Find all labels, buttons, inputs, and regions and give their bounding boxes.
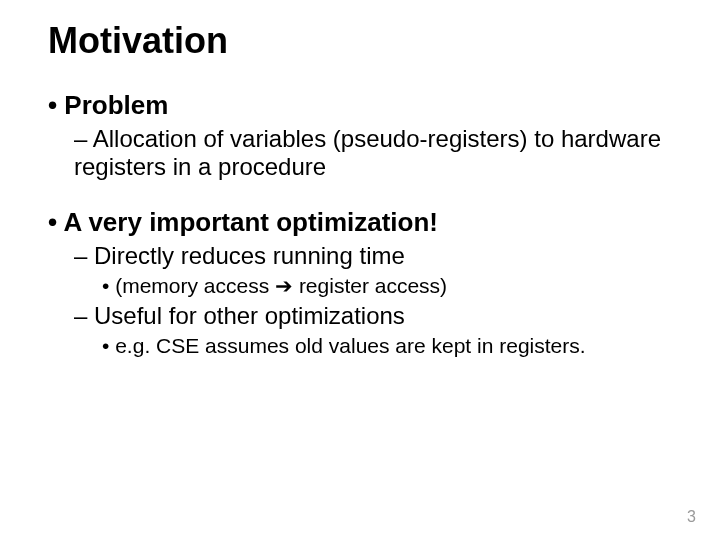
bullet-optimization-sub1-note: (memory access ➔ register access) [102, 274, 672, 298]
page-number: 3 [687, 508, 696, 526]
bullet-optimization-sub2-label: Useful for other optimizations [94, 302, 405, 329]
slide: Motivation Problem Allocation of variabl… [0, 0, 720, 540]
bullet-problem: Problem Allocation of variables (pseudo-… [48, 90, 672, 181]
bullet-optimization-sub1: Directly reduces running time (memory ac… [74, 242, 672, 298]
slide-title: Motivation [48, 20, 672, 62]
bullet-problem-label: Problem [64, 90, 168, 120]
bullet-optimization-sub2: Useful for other optimizations e.g. CSE … [74, 302, 672, 358]
bullet-list: Problem Allocation of variables (pseudo-… [48, 90, 672, 358]
bullet-optimization: A very important optimization! Directly … [48, 207, 672, 358]
bullet-problem-sub: Allocation of variables (pseudo-register… [74, 125, 672, 181]
arrow-icon: ➔ [275, 274, 293, 297]
bullet-optimization-label: A very important optimization! [63, 207, 438, 237]
bullet-optimization-sub2-note: e.g. CSE assumes old values are kept in … [102, 334, 672, 358]
bullet-optimization-sub1-label: Directly reduces running time [94, 242, 405, 269]
